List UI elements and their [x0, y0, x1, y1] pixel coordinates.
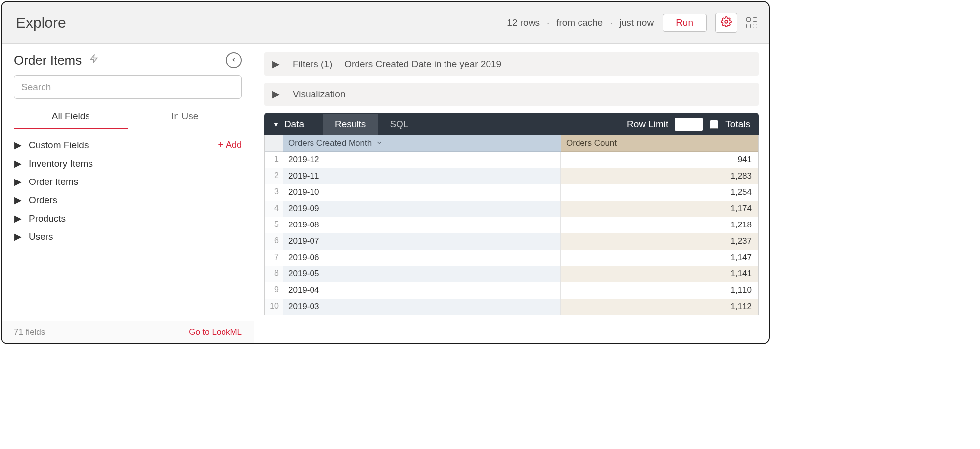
- field-count: 71 fields: [14, 327, 45, 337]
- table-row[interactable]: 52019-081,218: [265, 217, 758, 233]
- topbar: Explore 12 rows · from cache · just now …: [2, 2, 769, 44]
- row-number-header: [265, 135, 283, 152]
- row-number: 6: [265, 233, 283, 250]
- caret-right-icon: ▶: [14, 213, 22, 224]
- caret-right-icon: ▶: [14, 176, 22, 187]
- add-label: Add: [226, 140, 242, 150]
- bolt-icon[interactable]: [89, 53, 98, 67]
- data-label[interactable]: Data: [284, 119, 304, 130]
- chevron-left-icon: [231, 56, 237, 65]
- run-button[interactable]: Run: [663, 14, 707, 32]
- table-row[interactable]: 42019-091,174: [265, 201, 758, 217]
- sidebar-footer: 71 fields Go to LookML: [2, 321, 254, 343]
- table-row[interactable]: 72019-061,147: [265, 250, 758, 266]
- caret-right-icon: ▶: [14, 231, 22, 242]
- table-row[interactable]: 92019-041,110: [265, 282, 758, 299]
- table-body: 12019-1294122019-111,28332019-101,254420…: [265, 152, 758, 315]
- add-custom-field-button[interactable]: +Add: [218, 140, 242, 150]
- field-group-order-items[interactable]: ▶ Order Items: [14, 173, 242, 191]
- table-header: Orders Created Month Orders Count: [265, 135, 758, 152]
- meta-time: just now: [619, 17, 654, 28]
- column-header-measure[interactable]: Orders Count: [561, 135, 758, 152]
- tab-results[interactable]: Results: [323, 114, 378, 135]
- field-group-label: Order Items: [29, 177, 78, 187]
- table-row[interactable]: 102019-031,112: [265, 299, 758, 315]
- table-row[interactable]: 32019-101,254: [265, 184, 758, 201]
- cell-dimension: 2019-10: [283, 184, 561, 201]
- cell-measure: 1,147: [561, 250, 758, 266]
- table-row[interactable]: 82019-051,141: [265, 266, 758, 282]
- field-group-orders[interactable]: ▶ Orders: [14, 191, 242, 209]
- rowlimit-label: Row Limit: [627, 119, 668, 130]
- field-tabs: All Fields In Use: [2, 105, 254, 129]
- search-input[interactable]: [14, 75, 242, 99]
- svg-marker-1: [91, 55, 98, 63]
- page-title: Explore: [16, 14, 66, 31]
- cell-measure: 1,237: [561, 233, 758, 250]
- data-bar: ▼ Data Results SQL Row Limit Totals: [264, 113, 759, 135]
- caret-right-icon: ▶: [14, 158, 22, 169]
- sort-desc-icon: [376, 139, 383, 148]
- tab-all-fields[interactable]: All Fields: [14, 111, 128, 129]
- table-row[interactable]: 22019-111,283: [265, 168, 758, 184]
- row-number: 8: [265, 266, 283, 282]
- collapse-sidebar-button[interactable]: [226, 52, 242, 68]
- field-picker-sidebar: Order Items All Fields In Use: [2, 44, 254, 343]
- row-number: 3: [265, 184, 283, 201]
- query-meta: 12 rows · from cache · just now: [507, 17, 654, 28]
- field-group-label: Users: [29, 231, 53, 242]
- column-header-label: Orders Count: [566, 138, 617, 148]
- table-row[interactable]: 12019-12941: [265, 152, 758, 168]
- results-table: Orders Created Month Orders Count 12019-…: [264, 135, 759, 315]
- cell-dimension: 2019-11: [283, 168, 561, 184]
- field-group-label: Inventory Items: [29, 158, 93, 169]
- settings-button[interactable]: [715, 13, 737, 33]
- visualization-panel[interactable]: ▶ Visualization: [264, 83, 759, 106]
- row-number: 7: [265, 250, 283, 266]
- rowlimit-input[interactable]: [675, 118, 703, 131]
- filters-panel[interactable]: ▶ Filters (1) Orders Created Date in the…: [264, 52, 759, 76]
- field-group-label: Custom Fields: [29, 140, 89, 151]
- totals-label: Totals: [725, 119, 750, 130]
- cell-dimension: 2019-04: [283, 282, 561, 299]
- svg-point-0: [725, 20, 728, 23]
- cell-measure: 1,174: [561, 201, 758, 217]
- row-number: 4: [265, 201, 283, 217]
- field-group-products[interactable]: ▶ Products: [14, 209, 242, 227]
- field-group-users[interactable]: ▶ Users: [14, 227, 242, 246]
- main-panel: ▶ Filters (1) Orders Created Date in the…: [254, 44, 769, 343]
- column-header-dimension[interactable]: Orders Created Month: [283, 135, 561, 152]
- cell-measure: 1,283: [561, 168, 758, 184]
- cell-measure: 1,110: [561, 282, 758, 299]
- dashboard-grid-button[interactable]: [746, 17, 757, 28]
- cell-measure: 1,254: [561, 184, 758, 201]
- cell-dimension: 2019-05: [283, 266, 561, 282]
- cell-dimension: 2019-06: [283, 250, 561, 266]
- field-group-label: Orders: [29, 195, 57, 206]
- sidebar-header: Order Items: [2, 44, 254, 75]
- row-number: 2: [265, 168, 283, 184]
- field-group-inventory-items[interactable]: ▶ Inventory Items: [14, 154, 242, 173]
- totals-checkbox[interactable]: [710, 120, 718, 129]
- cell-dimension: 2019-07: [283, 233, 561, 250]
- filters-label: Filters (1): [293, 59, 332, 70]
- tab-in-use[interactable]: In Use: [128, 111, 242, 129]
- go-to-lookml-link[interactable]: Go to LookML: [189, 327, 242, 337]
- gear-icon: [721, 16, 732, 29]
- caret-right-icon: ▶: [14, 139, 22, 151]
- cell-dimension: 2019-09: [283, 201, 561, 217]
- cell-measure: 1,112: [561, 299, 758, 315]
- caret-down-icon[interactable]: ▼: [273, 121, 279, 128]
- caret-right-icon: ▶: [14, 194, 22, 206]
- meta-separator: ·: [610, 17, 612, 28]
- field-group-label: Products: [29, 213, 66, 224]
- table-row[interactable]: 62019-071,237: [265, 233, 758, 250]
- tab-sql[interactable]: SQL: [378, 114, 420, 135]
- row-number: 10: [265, 299, 283, 315]
- meta-separator: ·: [547, 17, 549, 28]
- field-list: ▶ Custom Fields +Add ▶ Inventory Items ▶…: [2, 129, 254, 321]
- cell-measure: 941: [561, 152, 758, 168]
- cell-dimension: 2019-03: [283, 299, 561, 315]
- field-group-custom-fields[interactable]: ▶ Custom Fields +Add: [14, 136, 242, 154]
- explore-name: Order Items: [14, 53, 82, 68]
